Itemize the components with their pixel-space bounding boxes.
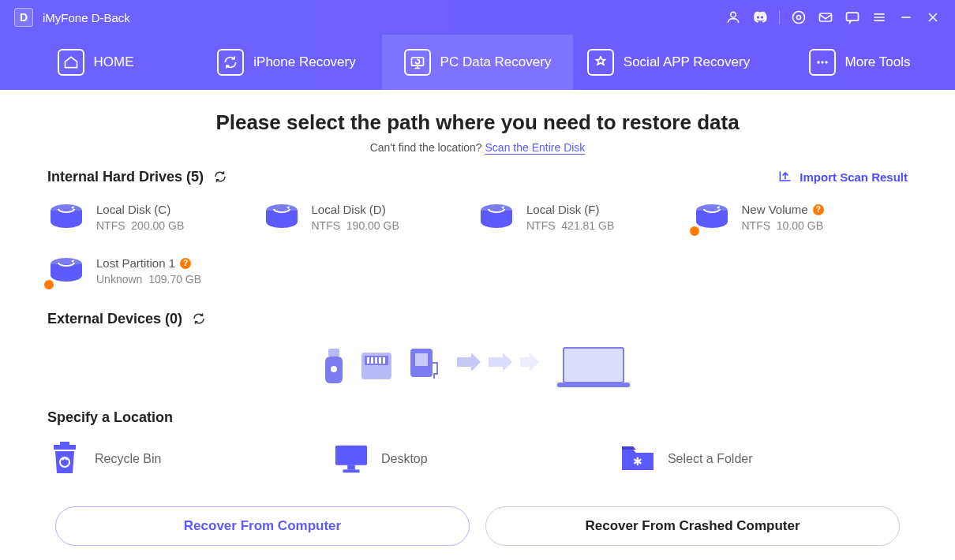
warning-badge-icon [43, 278, 55, 291]
drive-item[interactable]: Local Disk (C)NTFS 200.00 GB [47, 195, 263, 248]
svg-rect-22 [379, 357, 381, 364]
svg-text:✱: ✱ [633, 455, 642, 468]
page-title: Please select the path where you need to… [47, 110, 908, 135]
mail-icon[interactable] [818, 9, 833, 25]
external-hdd-icon [407, 347, 439, 386]
drive-meta: NTFS 10.00 GB [742, 219, 824, 232]
drives-list: Local Disk (C)NTFS 200.00 GBLocal Disk (… [47, 195, 908, 302]
drive-info: Local Disk (F)NTFS 421.81 GB [526, 203, 614, 232]
svg-rect-3 [820, 13, 832, 21]
svg-rect-23 [383, 357, 385, 364]
svg-rect-29 [60, 442, 69, 445]
drive-meta: Unknown 109.70 GB [96, 273, 201, 286]
drive-info: Local Disk (D)NTFS 190.00 GB [312, 203, 399, 232]
locations-list: Recycle Bin Desktop ✱ Select a Folder [47, 435, 908, 483]
location-desktop[interactable]: Desktop [334, 435, 620, 483]
tab-label: Social APP Recovery [624, 54, 750, 70]
home-icon [58, 49, 84, 76]
menu-icon[interactable] [871, 9, 887, 25]
window-controls [725, 9, 941, 25]
scan-entire-disk-link[interactable]: Scan the Entire Disk [485, 141, 586, 154]
svg-point-8 [825, 61, 827, 63]
drive-meta: NTFS 190.00 GB [312, 219, 399, 232]
drive-info: Local Disk (C)NTFS 200.00 GB [96, 203, 184, 232]
tab-more-tools[interactable]: More Tools [764, 35, 955, 90]
svg-rect-25 [415, 353, 428, 366]
svg-rect-27 [557, 383, 630, 387]
refresh-external-icon[interactable] [190, 310, 208, 327]
pc-recovery-icon [404, 49, 431, 76]
drive-icon [263, 203, 301, 234]
recover-from-crashed-button[interactable]: Recover From Crashed Computer [485, 506, 900, 546]
location-recycle-bin[interactable]: Recycle Bin [47, 435, 334, 483]
svg-point-1 [793, 12, 805, 24]
import-icon [777, 169, 793, 185]
svg-rect-28 [54, 445, 76, 450]
svg-point-6 [817, 61, 819, 63]
section-title: Internal Hard Drives (5) [47, 169, 204, 185]
drive-info: New Volume ?NTFS 10.00 GB [742, 203, 824, 232]
refresh-drives-icon[interactable] [212, 168, 229, 185]
drive-name: Lost Partition 1 ? [96, 256, 201, 270]
drive-icon [693, 203, 731, 234]
recover-from-computer-button[interactable]: Recover From Computer [55, 506, 470, 546]
page-subtitle: Can't find the location? Scan the Entire… [47, 141, 908, 154]
tab-pc-data-recovery[interactable]: PC Data Recovery [382, 35, 573, 90]
tab-social-app-recovery[interactable]: Social APP Recovery [573, 35, 764, 90]
help-icon[interactable]: ? [813, 204, 824, 215]
account-icon[interactable] [725, 9, 741, 25]
desktop-icon [334, 442, 369, 476]
svg-rect-31 [335, 446, 367, 465]
drive-icon [478, 203, 515, 234]
drive-item[interactable]: Local Disk (D)NTFS 190.00 GB [263, 195, 478, 248]
internal-drives-header: Internal Hard Drives (5) Import Scan Res… [47, 168, 908, 185]
svg-point-0 [731, 12, 736, 17]
svg-rect-33 [343, 469, 359, 472]
warning-badge-icon [688, 225, 701, 237]
svg-rect-32 [347, 465, 355, 470]
location-select-folder[interactable]: ✱ Select a Folder [620, 435, 907, 483]
svg-rect-21 [375, 357, 377, 364]
drive-meta: NTFS 421.81 GB [526, 219, 614, 232]
discord-icon[interactable] [752, 9, 768, 25]
tab-label: PC Data Recovery [440, 54, 552, 70]
import-label: Import Scan Result [800, 170, 908, 184]
settings-icon[interactable] [791, 9, 807, 25]
refresh-icon [217, 49, 244, 76]
laptop-icon [554, 343, 633, 390]
svg-point-16 [331, 366, 337, 372]
more-icon [809, 49, 836, 76]
location-label: Desktop [381, 452, 428, 466]
app-logo-icon: D [14, 8, 33, 27]
content-area: Please select the path where you need to… [0, 90, 955, 483]
minimize-icon[interactable] [898, 9, 914, 25]
svg-rect-19 [367, 357, 369, 364]
svg-point-2 [797, 16, 801, 20]
drive-item[interactable]: New Volume ?NTFS 10.00 GB [693, 195, 908, 248]
tab-iphone-recovery[interactable]: iPhone Recovery [191, 35, 382, 90]
close-icon[interactable] [925, 9, 941, 25]
main-nav: HOME iPhone Recovery PC Data Recovery So… [0, 35, 955, 90]
drive-name: Local Disk (D) [312, 203, 399, 216]
bottom-buttons: Recover From Computer Recover From Crash… [0, 506, 955, 546]
arrow-icon [453, 351, 540, 383]
drive-item[interactable]: Local Disk (F)NTFS 421.81 GB [478, 195, 693, 248]
external-devices-header: External Devices (0) [47, 310, 908, 327]
folder-icon: ✱ [620, 442, 655, 476]
tab-home[interactable]: HOME [0, 35, 191, 90]
app-window: D iMyFone D-Back HOME iPhone Recovery PC… [0, 0, 955, 560]
sd-card-icon [360, 351, 393, 383]
help-icon[interactable]: ? [180, 258, 191, 269]
drive-item[interactable]: Lost Partition 1 ?Unknown 109.70 GB [47, 248, 263, 302]
drive-info: Lost Partition 1 ?Unknown 109.70 GB [96, 256, 201, 286]
section-title: Specify a Location [47, 409, 173, 426]
tab-label: More Tools [845, 54, 911, 70]
tab-label: iPhone Recovery [253, 54, 355, 70]
import-scan-result-button[interactable]: Import Scan Result [777, 169, 908, 185]
svg-rect-14 [328, 349, 339, 357]
svg-rect-26 [564, 348, 624, 383]
svg-rect-5 [411, 58, 423, 65]
feedback-icon[interactable] [845, 9, 860, 25]
external-devices-illustration [47, 335, 908, 398]
location-label: Select a Folder [668, 452, 753, 466]
